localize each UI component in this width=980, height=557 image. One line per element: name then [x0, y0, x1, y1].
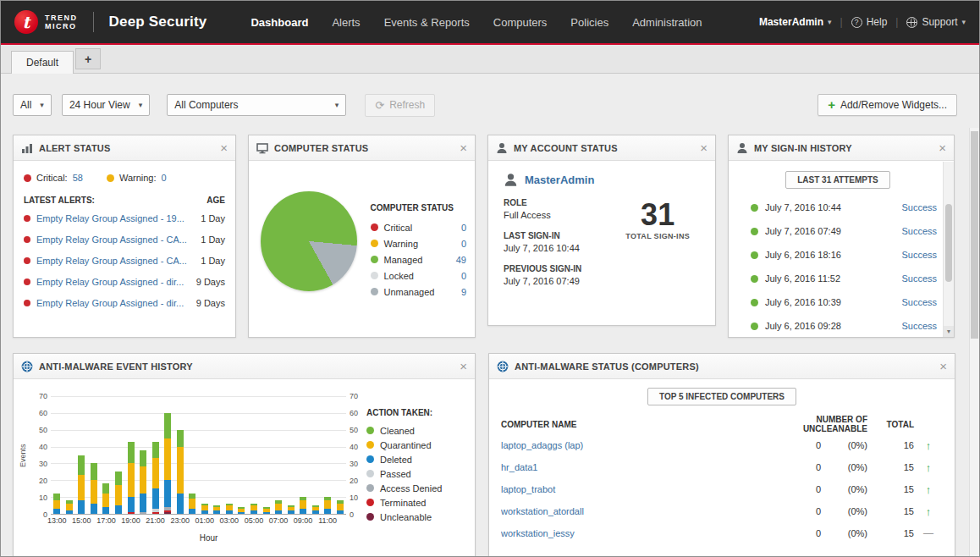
success-dot-icon: [751, 323, 758, 330]
last-attempts-button[interactable]: LAST 31 ATTEMPTS: [785, 171, 890, 189]
refresh-label: Refresh: [389, 99, 425, 111]
signin-status-link[interactable]: Success: [901, 202, 937, 212]
nav-item-policies[interactable]: Policies: [570, 16, 608, 29]
previous-signin-value: July 7, 2016 07:49: [504, 276, 700, 286]
help-menu[interactable]: ? Help: [851, 16, 888, 28]
widget-header: ANTI-MALWARE EVENT HISTORY ×: [14, 354, 475, 379]
am-history-body: Events 010203040506070 13:0015:0017:0019…: [14, 379, 475, 543]
dashboard-tabstrip: Default +: [1, 45, 979, 74]
widget-header: COMPUTER STATUS ×: [249, 135, 475, 161]
signin-date: July 7, 2016 10:44: [765, 202, 895, 212]
am-history-xticks: 13:0015:0017:0019:0021:0023:0001:0003:00…: [51, 514, 346, 526]
am-history-bars: [51, 396, 346, 514]
tab-default[interactable]: Default: [11, 51, 74, 74]
support-menu[interactable]: Support ▾: [906, 16, 966, 28]
legend-count-link[interactable]: 49: [448, 255, 466, 265]
nav-item-alerts[interactable]: Alerts: [332, 16, 360, 29]
close-icon[interactable]: ×: [939, 361, 947, 372]
nav-item-events-reports[interactable]: Events & Reports: [384, 16, 470, 29]
view-dropdown[interactable]: 24 Hour View ▾: [62, 94, 150, 116]
alert-dot-icon: [24, 300, 30, 306]
main-nav: Dashboard Alerts Events & Reports Comput…: [251, 16, 702, 29]
computer-name-link[interactable]: laptop_adaggs (lap): [501, 440, 762, 450]
scope-dropdown[interactable]: All ▾: [13, 94, 52, 116]
success-dot-icon: [751, 299, 758, 306]
user-name: MasterAdmin: [759, 16, 823, 28]
alert-link[interactable]: Empty Relay Group Assigned - 19...: [36, 213, 195, 223]
close-icon[interactable]: ×: [460, 142, 467, 154]
signin-date: July 6, 2016 09:28: [765, 321, 895, 331]
table-row: laptop_adaggs (lap) 0 (0%) 16 ↑: [501, 434, 943, 456]
am-history-xaxis-label: Hour: [19, 533, 366, 543]
account-status-body: MasterAdmin ROLE Full Access LAST SIGN-I…: [488, 161, 715, 326]
top-infected-button[interactable]: TOP 5 INFECTED COMPUTERS: [647, 388, 796, 405]
legend-label: Access Denied: [380, 483, 442, 494]
computer-name-link[interactable]: workstation_atordall: [501, 506, 762, 516]
legend-count-link[interactable]: 0: [448, 223, 466, 233]
uncleanable-pct: (0%): [821, 528, 867, 538]
legend-count-link[interactable]: 0: [448, 239, 466, 249]
signin-status-link[interactable]: Success: [901, 273, 937, 284]
warning-count-link[interactable]: 0: [162, 173, 167, 183]
signin-row: July 6, 2016 09:28 Success: [739, 314, 937, 338]
signin-status-link[interactable]: Success: [901, 226, 937, 236]
shield-globe-icon: [497, 361, 509, 372]
divider: |: [895, 16, 898, 28]
nav-item-computers[interactable]: Computers: [493, 16, 548, 29]
legend-count-link[interactable]: 0: [448, 271, 466, 281]
computers-dropdown[interactable]: All Computers ▾: [167, 94, 346, 116]
view-value: 24 Hour View: [69, 99, 130, 111]
last-signin-value: July 7, 2016 10:44: [504, 243, 700, 253]
scrollbar-thumb[interactable]: [945, 204, 952, 282]
legend-label: Critical: [384, 223, 443, 233]
uncleanable-pct: (0%): [821, 484, 867, 494]
add-remove-widgets-button[interactable]: + Add/Remove Widgets...: [818, 94, 957, 116]
nav-item-administration[interactable]: Administration: [632, 16, 702, 29]
signin-row: July 6, 2016 18:16 Success: [739, 243, 937, 267]
alert-link[interactable]: Empty Relay Group Assigned - dir...: [36, 298, 190, 308]
alert-link[interactable]: Empty Relay Group Assigned - dir...: [36, 277, 190, 287]
am-status-body: TOP 5 INFECTED COMPUTERS COMPUTER NAME N…: [489, 379, 955, 544]
computer-status-pie[interactable]: [261, 191, 357, 291]
add-tab-button[interactable]: +: [75, 48, 101, 69]
refresh-button[interactable]: ⟳ Refresh: [365, 94, 435, 117]
legend-count-link[interactable]: 9: [448, 287, 466, 297]
account-user-link[interactable]: MasterAdmin: [525, 174, 594, 186]
close-icon[interactable]: ×: [700, 142, 707, 154]
signin-date: July 6, 2016 11:52: [765, 273, 895, 284]
page-scrollbar[interactable]: [969, 128, 979, 556]
user-menu[interactable]: MasterAdmin ▾: [759, 16, 832, 28]
computers-value: All Computers: [174, 99, 238, 111]
warning-label: Warning:: [119, 173, 157, 183]
close-icon[interactable]: ×: [220, 142, 228, 154]
person-icon: [736, 142, 748, 154]
alert-dot-icon: [24, 215, 30, 222]
computer-status-body: COMPUTER STATUS Critical 0 Warning 0 Man…: [249, 161, 475, 300]
total-value: 15: [867, 528, 914, 538]
refresh-icon: ⟳: [375, 99, 384, 112]
computer-name-link[interactable]: hr_data1: [501, 462, 762, 472]
nav-item-dashboard[interactable]: Dashboard: [251, 16, 308, 29]
close-icon[interactable]: ×: [460, 361, 467, 372]
success-dot-icon: [751, 204, 758, 212]
critical-label: Critical:: [36, 173, 68, 183]
computer-name-link[interactable]: workstation_iessy: [501, 528, 762, 538]
signin-status-link[interactable]: Success: [901, 321, 937, 331]
alert-dot-icon: [24, 278, 30, 285]
am-history-yticks-right: 010203040506070: [346, 396, 366, 515]
widget-scrollbar[interactable]: ▾: [943, 162, 954, 337]
legend-label: Warning: [384, 239, 443, 249]
computer-name-link[interactable]: laptop_trabot: [501, 484, 762, 494]
legend-item-critical: Critical 0: [371, 219, 467, 235]
signin-status-link[interactable]: Success: [901, 297, 937, 307]
widget-title: ANTI-MALWARE EVENT HISTORY: [39, 361, 454, 372]
top-navbar: t TREND MICRO Deep Security Dashboard Al…: [1, 1, 979, 45]
scrollbar-thumb[interactable]: [971, 131, 978, 339]
critical-count-link[interactable]: 58: [73, 173, 83, 183]
close-icon[interactable]: ×: [939, 142, 946, 154]
filter-toolbar: All ▾ 24 Hour View ▾ All Computers ▾ ⟳ R…: [13, 92, 957, 118]
alert-link[interactable]: Empty Relay Group Assigned - CA...: [36, 256, 195, 266]
alert-link[interactable]: Empty Relay Group Assigned - CA...: [36, 234, 195, 245]
scroll-down-icon[interactable]: ▾: [944, 326, 954, 337]
signin-status-link[interactable]: Success: [901, 250, 937, 260]
